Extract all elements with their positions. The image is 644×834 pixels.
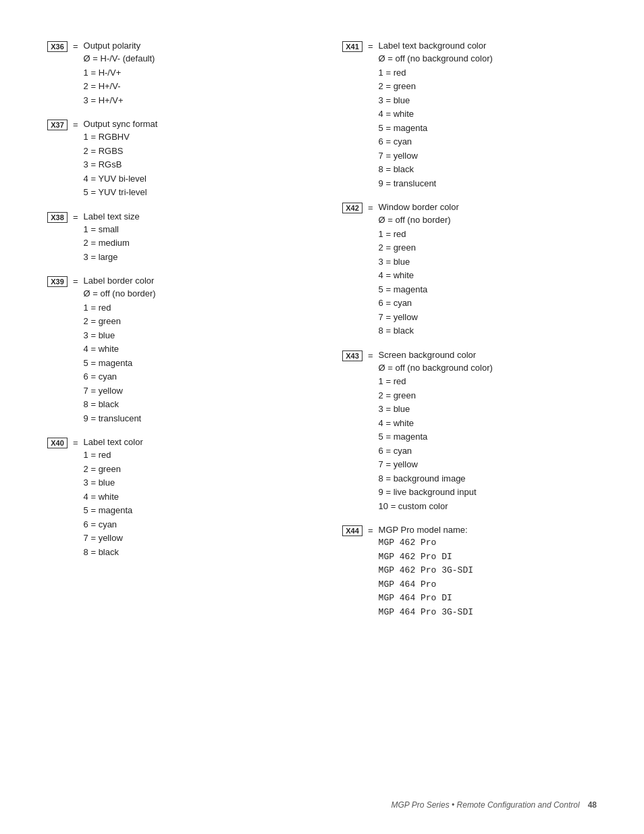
- list-item: 6 = cyan: [84, 518, 143, 531]
- entry-title: Window border color: [379, 202, 459, 212]
- right-column: X41=Label text background colorØ = off (…: [342, 41, 597, 619]
- entry-body: Output sync format1 = RGBHV2 = RGBS3 = R…: [84, 119, 158, 199]
- list-item: 8 = black: [379, 163, 493, 176]
- entry-title: Screen background color: [379, 350, 493, 360]
- list-item: 8 = black: [379, 324, 459, 338]
- list-item: 4 = white: [379, 417, 493, 430]
- entry-badge: X36: [47, 41, 68, 52]
- list-item: 3 = blue: [84, 476, 143, 490]
- entry-badge: X44: [342, 525, 363, 536]
- entry-x41: X41=Label text background colorØ = off (…: [342, 41, 597, 190]
- entry-eq: =: [368, 525, 373, 536]
- list-item: 1 = red: [84, 301, 156, 315]
- list-item: Ø = off (no border): [379, 213, 459, 227]
- list-item: 1 = small: [84, 223, 140, 236]
- list-item: 8 = black: [84, 546, 143, 559]
- entry-badge: X42: [342, 203, 363, 213]
- list-item: 7 = yellow: [379, 458, 493, 471]
- entry-title: Output polarity: [84, 41, 155, 51]
- entry-eq: =: [73, 212, 78, 222]
- entry-body: Screen background colorØ = off (no backg…: [379, 350, 493, 513]
- entry-badge: X41: [342, 41, 363, 52]
- footer: MGP Pro Series • Remote Configuration an…: [0, 800, 644, 810]
- footer-page: 48: [588, 800, 597, 810]
- list-item: 9 = translucent: [379, 177, 493, 190]
- entry-title: Label text color: [84, 437, 143, 447]
- list-item: 5 = YUV tri-level: [84, 186, 158, 199]
- list-item: 3 = blue: [379, 255, 459, 269]
- entry-body: MGP Pro model name:MGP 462 ProMGP 462 Pr…: [379, 525, 473, 619]
- list-item: 1 = red: [84, 448, 143, 462]
- entry-x36: X36=Output polarityØ = H-/V- (default)1 …: [47, 41, 302, 107]
- list-item: 1 = red: [379, 228, 459, 241]
- entry-eq: =: [73, 276, 78, 286]
- list-item: 2 = green: [84, 315, 156, 328]
- entry-badge: X39: [47, 276, 68, 287]
- list-item: 1 = red: [379, 66, 493, 80]
- page: X36=Output polarityØ = H-/V- (default)1 …: [0, 0, 644, 659]
- list-item: 6 = cyan: [379, 296, 459, 310]
- list-item: 4 = white: [379, 269, 459, 282]
- list-item: 10 = custom color: [379, 500, 493, 513]
- list-item: MGP 462 Pro 3G-SDI: [379, 564, 473, 577]
- list-item: 2 = green: [84, 463, 143, 476]
- list-item: 5 = magenta: [84, 357, 156, 370]
- entry-x42: X42=Window border colorØ = off (no borde…: [342, 202, 597, 338]
- entry-body: Output polarityØ = H-/V- (default)1 = H-…: [84, 41, 155, 107]
- list-item: 2 = medium: [84, 236, 140, 250]
- list-item: 6 = cyan: [84, 370, 156, 384]
- entry-x38: X38=Label text size1 = small2 = medium3 …: [47, 211, 302, 264]
- entry-badge: X40: [47, 438, 68, 448]
- list-item: 2 = RGBS: [84, 145, 158, 158]
- list-item: Ø = off (no background color): [379, 361, 493, 375]
- left-column: X36=Output polarityØ = H-/V- (default)1 …: [47, 41, 302, 558]
- entry-body: Label text color1 = red2 = green3 = blue…: [84, 437, 143, 558]
- list-item: 3 = blue: [84, 329, 156, 342]
- list-item: MGP 464 Pro: [379, 578, 473, 592]
- entry-body: Label text background colorØ = off (no b…: [379, 41, 493, 190]
- entry-x40: X40=Label text color1 = red2 = green3 = …: [47, 437, 302, 558]
- entry-badge: X43: [342, 350, 363, 361]
- list-item: 3 = blue: [379, 402, 493, 416]
- entry-eq: =: [73, 120, 78, 130]
- list-item: 2 = H+/V-: [84, 80, 155, 93]
- entry-title: Label text background color: [379, 41, 493, 51]
- list-item: 2 = green: [379, 389, 493, 402]
- list-item: 9 = live background input: [379, 486, 493, 499]
- list-item: 3 = H+/V+: [84, 94, 155, 107]
- list-item: MGP 464 Pro DI: [379, 592, 473, 605]
- entry-body: Label text size1 = small2 = medium3 = la…: [84, 211, 140, 264]
- list-item: Ø = H-/V- (default): [84, 52, 155, 66]
- entry-title: Output sync format: [84, 119, 158, 129]
- entry-body: Window border colorØ = off (no border)1 …: [379, 202, 459, 338]
- entry-title: Label border color: [84, 276, 156, 286]
- entry-x43: X43=Screen background colorØ = off (no b…: [342, 350, 597, 513]
- list-item: MGP 464 Pro 3G-SDI: [379, 606, 473, 619]
- list-item: 5 = magenta: [84, 504, 143, 517]
- list-item: Ø = off (no background color): [379, 52, 493, 66]
- list-item: 4 = white: [84, 490, 143, 504]
- list-item: 3 = large: [84, 251, 140, 264]
- entry-body: Label border colorØ = off (no border)1 =…: [84, 276, 156, 425]
- entry-badge: X37: [47, 120, 68, 130]
- entry-eq: =: [73, 438, 78, 448]
- entry-x39: X39=Label border colorØ = off (no border…: [47, 276, 302, 425]
- list-item: 5 = magenta: [379, 283, 459, 296]
- list-item: 4 = white: [84, 342, 156, 356]
- entry-eq: =: [368, 203, 373, 213]
- list-item: 8 = background image: [379, 472, 493, 486]
- entry-x44: X44=MGP Pro model name:MGP 462 ProMGP 46…: [342, 525, 597, 619]
- entry-eq: =: [73, 41, 78, 51]
- list-item: 8 = black: [84, 398, 156, 411]
- list-item: 2 = green: [379, 241, 459, 255]
- list-item: MGP 462 Pro DI: [379, 550, 473, 564]
- entry-title: Label text size: [84, 211, 140, 221]
- list-item: 7 = yellow: [379, 149, 493, 163]
- entry-eq: =: [368, 350, 373, 361]
- list-item: 4 = white: [379, 107, 493, 121]
- list-item: 1 = RGBHV: [84, 130, 158, 144]
- list-item: 7 = yellow: [84, 384, 156, 398]
- list-item: 6 = cyan: [379, 444, 493, 458]
- list-item: 2 = green: [379, 80, 493, 93]
- list-item: 7 = yellow: [84, 531, 143, 545]
